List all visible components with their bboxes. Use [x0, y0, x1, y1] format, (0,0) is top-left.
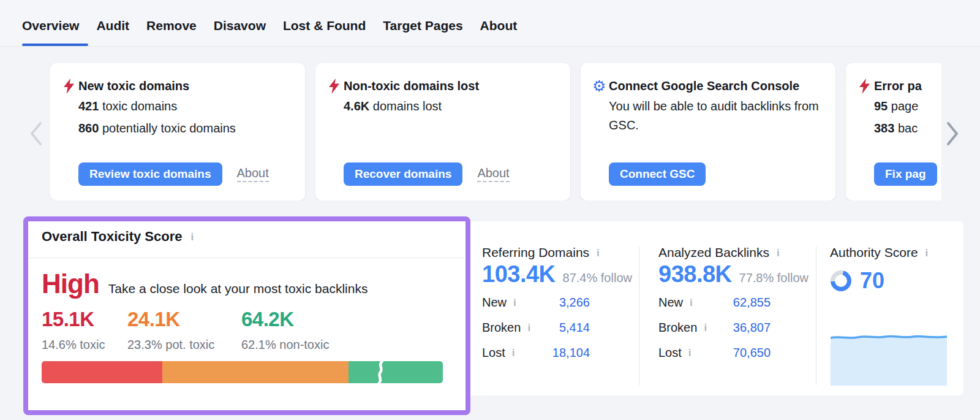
stat-text: page: [891, 99, 919, 113]
column-title-text: Analyzed Backlinks: [658, 245, 769, 259]
tab-list: Overview Audit Remove Disavow Lost & Fou…: [22, 18, 517, 33]
toxic-count: 15.1K: [42, 308, 113, 331]
bar-segment-non-toxic: [349, 361, 443, 383]
analyzed-backlinks-total: 938.8K: [658, 261, 732, 288]
info-icon[interactable]: i: [777, 248, 780, 258]
row-value-link[interactable]: 70,650: [733, 346, 771, 360]
non-toxic-count: 64.2K: [241, 308, 329, 331]
fix-pages-button[interactable]: Fix pag: [874, 162, 937, 186]
bar-segment-potentially-toxic: [162, 361, 349, 383]
toxicity-stats: 15.1K 14.6% toxic 24.1K 23.3% pot. toxic…: [42, 308, 344, 352]
metric-row-broken: Brokeni 36,807: [658, 321, 771, 335]
card-stat-line: 421 toxic domains: [78, 97, 290, 115]
lightning-icon: [858, 78, 871, 96]
toxicity-level-row: High Take a close look at your most toxi…: [42, 269, 368, 299]
row-label: Lost: [482, 346, 505, 359]
column-title-text: Referring Domains: [482, 245, 589, 259]
tab-about[interactable]: About: [480, 18, 518, 33]
card-non-toxic-domains-lost: Non-toxic domains lost 4.6K domains lost…: [315, 63, 570, 200]
toxicity-level: High: [42, 269, 99, 299]
card-title: New toxic domains: [78, 79, 290, 93]
tab-audit[interactable]: Audit: [96, 18, 129, 33]
metric-row-broken: Brokeni 5,414: [482, 321, 590, 335]
gear-icon: ⚙: [592, 78, 606, 94]
lightning-icon: [62, 78, 75, 96]
tab-lost-found[interactable]: Lost & Found: [283, 18, 366, 33]
info-icon[interactable]: i: [688, 348, 692, 358]
stat-text: potentially toxic domains: [102, 121, 236, 135]
metric-row-new: Newi 62,855: [658, 296, 771, 310]
toxicity-section-title: Overall Toxicity Scorei: [42, 229, 194, 245]
card-title: Non-toxic domains lost: [344, 79, 556, 93]
connect-gsc-button[interactable]: Connect GSC: [609, 162, 706, 186]
analyzed-backlinks-follow-share: 77.8% follow: [739, 271, 809, 285]
toxic-stat: 15.1K 14.6% toxic: [42, 308, 113, 352]
referring-domains-big-row: 103.4K 87.4% follow: [482, 261, 632, 288]
about-link[interactable]: About: [477, 166, 509, 182]
metric-row-lost: Losti 18,104: [482, 346, 590, 360]
analyzed-backlinks-big-row: 938.8K 77.8% follow: [658, 261, 809, 288]
info-icon[interactable]: i: [925, 248, 929, 258]
non-toxic-percent: 62.1% non-toxic: [241, 338, 329, 352]
card-stat-line: 383 bac: [874, 120, 941, 137]
axis-break-squiggle: [375, 361, 386, 386]
referring-domains-total: 103.4K: [482, 261, 556, 288]
authority-score-title: Authority Scorei: [830, 245, 928, 260]
potentially-toxic-count: 24.1K: [127, 308, 227, 331]
column-divider: [816, 246, 816, 385]
analyzed-backlinks-title: Analyzed Backlinksi: [658, 245, 780, 260]
row-value-link[interactable]: 36,807: [733, 321, 771, 335]
column-title-text: Authority Score: [830, 245, 918, 259]
tab-bar: Overview Audit Remove Disavow Lost & Fou…: [0, 0, 980, 47]
row-value-link[interactable]: 5,414: [559, 321, 590, 335]
recover-domains-button[interactable]: Recover domains: [344, 162, 462, 186]
info-icon[interactable]: i: [527, 323, 530, 333]
chevron-right-icon: [946, 121, 959, 146]
alerts-carousel: New toxic domains 421 toxic domains 860 …: [50, 63, 941, 200]
card-stat-line: 95 page: [874, 97, 941, 115]
about-link[interactable]: About: [237, 166, 269, 182]
tab-disavow[interactable]: Disavow: [214, 18, 266, 33]
row-value-link[interactable]: 62,855: [733, 296, 771, 310]
row-value-link[interactable]: 3,266: [559, 296, 590, 310]
stat-text: bac: [898, 121, 918, 135]
toxicity-level-note: Take a close look at your most toxic bac…: [108, 281, 368, 296]
row-label: New: [658, 296, 683, 309]
info-icon[interactable]: i: [704, 323, 707, 333]
info-icon[interactable]: i: [190, 232, 194, 242]
info-icon[interactable]: i: [690, 297, 693, 308]
authority-score-row: 70: [831, 268, 884, 294]
potentially-toxic-stat: 24.1K 23.3% pot. toxic: [127, 308, 227, 352]
column-divider: [639, 246, 639, 385]
section-divider: [29, 258, 465, 258]
tab-target-pages[interactable]: Target Pages: [383, 18, 462, 33]
stat-value: 860: [78, 121, 99, 135]
stat-value: 95: [874, 99, 888, 113]
row-label: Broken: [482, 321, 521, 334]
metric-row-lost: Losti 70,650: [658, 346, 771, 360]
row-value-link[interactable]: 18,104: [552, 346, 590, 360]
stat-value: 4.6K: [344, 99, 369, 113]
card-description: You will be able to audit backlinks from…: [609, 97, 820, 135]
info-icon[interactable]: i: [513, 297, 516, 308]
info-icon[interactable]: i: [512, 348, 515, 358]
carousel-prev-button[interactable]: [29, 121, 43, 148]
card-connect-gsc: ⚙ Connect Google Search Console You will…: [581, 63, 835, 200]
row-label: Lost: [658, 346, 682, 359]
potentially-toxic-percent: 23.3% pot. toxic: [127, 338, 227, 352]
carousel-next-button[interactable]: [946, 121, 959, 148]
referring-domains-follow-share: 87.4% follow: [563, 271, 632, 285]
bar-segment-toxic: [42, 361, 162, 383]
card-error-pages: Error pa 95 page 383 bac Fix pag: [846, 63, 941, 200]
metric-row-new: Newi 3,266: [482, 296, 590, 310]
tab-overview[interactable]: Overview: [22, 18, 79, 33]
referring-domains-title: Referring Domainsi: [482, 245, 600, 260]
tab-remove[interactable]: Remove: [146, 18, 197, 33]
card-new-toxic-domains: New toxic domains 421 toxic domains 860 …: [50, 63, 305, 200]
review-toxic-domains-button[interactable]: Review toxic domains: [78, 162, 222, 186]
info-icon[interactable]: i: [597, 248, 600, 258]
toxic-percent: 14.6% toxic: [42, 338, 113, 352]
card-stat-line: 860 potentially toxic domains: [78, 120, 290, 137]
stat-text: domains lost: [373, 99, 442, 113]
non-toxic-stat: 64.2K 62.1% non-toxic: [241, 308, 329, 352]
